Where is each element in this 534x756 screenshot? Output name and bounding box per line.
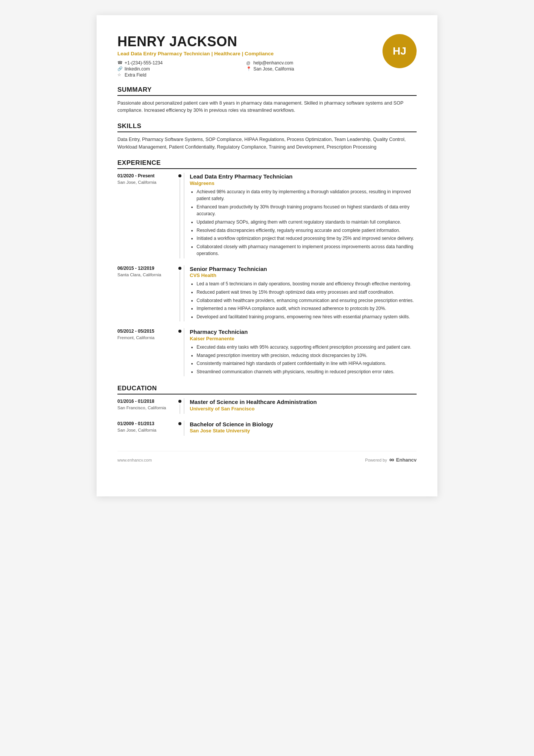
- email-text: help@enhancv.com: [253, 60, 293, 66]
- entry-divider-3: [176, 328, 184, 376]
- bullet-2-4: Implemented a new HIPAA compliance audit…: [197, 305, 417, 312]
- edu-right-1: Master of Science in Healthcare Administ…: [184, 398, 417, 414]
- enhancv-logo: ∞ Enhancv: [389, 456, 417, 464]
- edu-dot-1: [178, 400, 181, 403]
- footer-brand: Powered by ∞ Enhancv: [365, 456, 417, 464]
- bullet-1-5: Initiated a workflow optimization projec…: [197, 235, 417, 242]
- edu-dot-2: [178, 422, 181, 425]
- bullet-2-1: Led a team of 5 technicians in daily ope…: [197, 280, 417, 288]
- linkedin-text: linkedin.com: [125, 66, 150, 72]
- edu-left-1: 01/2016 - 01/2018 San Francisco, Califor…: [117, 398, 176, 414]
- entry-location-1: San Jose, California: [117, 180, 172, 185]
- summary-text: Passionate about personalized patient ca…: [117, 100, 417, 114]
- edu-date-2: 01/2009 - 01/2013: [117, 421, 172, 427]
- edu-left-2: 01/2009 - 01/2013 San Jose, California: [117, 421, 176, 436]
- education-section: EDUCATION 01/2016 - 01/2018 San Francisc…: [117, 385, 417, 436]
- entry-divider-1: [176, 173, 184, 258]
- entry-date-2: 06/2015 - 12/2019: [117, 265, 172, 272]
- bullet-1-6: Collaborated closely with pharmacy manag…: [197, 243, 417, 257]
- star-icon: ☆: [117, 72, 123, 77]
- entry-left-1: 01/2020 - Present San Jose, California: [117, 173, 176, 258]
- summary-title: SUMMARY: [117, 86, 417, 96]
- job-title-1: Lead Data Entry Pharmacy Technician: [190, 173, 417, 180]
- entry-divider-2: [176, 265, 184, 321]
- institution-1: University of San Francisco: [190, 406, 417, 412]
- summary-section: SUMMARY Passionate about personalized pa…: [117, 86, 417, 114]
- bullet-2-3: Collaborated with healthcare providers, …: [197, 297, 417, 304]
- brand-name: Enhancv: [396, 457, 417, 463]
- phone-contact: ☎ +1-(234)-555-1234: [117, 60, 242, 66]
- bullets-2: Led a team of 5 technicians in daily ope…: [190, 280, 417, 320]
- entry-dot-2: [178, 267, 181, 270]
- bullet-1-2: Enhanced team productivity by 30% throug…: [197, 203, 417, 218]
- powered-by-text: Powered by: [365, 458, 387, 462]
- location-contact: 📍 San Jose, California: [246, 66, 371, 72]
- edu-divider-1: [176, 398, 184, 414]
- experience-entry-2: 06/2015 - 12/2019 Santa Clara, Californi…: [117, 265, 417, 321]
- education-entry-2: 01/2009 - 01/2013 San Jose, California B…: [117, 421, 417, 436]
- footer-website: www.enhancv.com: [117, 458, 152, 462]
- bullet-1-3: Updated pharmacy SOPs, aligning them wit…: [197, 219, 417, 226]
- extra-contact: ☆ Extra Field: [117, 72, 242, 78]
- edu-date-1: 01/2016 - 01/2018: [117, 398, 172, 405]
- company-3: Kaiser Permanente: [190, 336, 417, 341]
- degree-1: Master of Science in Healthcare Administ…: [190, 398, 417, 406]
- institution-2: San Jose State University: [190, 428, 417, 434]
- edu-location-2: San Jose, California: [117, 428, 172, 432]
- email-icon: @: [246, 61, 251, 65]
- entry-left-3: 05/2012 - 05/2015 Fremont, California: [117, 328, 176, 376]
- bullet-2-2: Reduced patient wait times by 15% throug…: [197, 289, 417, 296]
- bullet-3-1: Executed data entry tasks with 95% accur…: [197, 344, 417, 351]
- entry-dot-3: [178, 330, 181, 333]
- avatar: HJ: [383, 34, 417, 68]
- linkedin-contact: 🔗 linkedin.com: [117, 66, 242, 72]
- education-entry-1: 01/2016 - 01/2018 San Francisco, Califor…: [117, 398, 417, 414]
- skills-section: SKILLS Data Entry, Pharmacy Software Sys…: [117, 122, 417, 151]
- education-title: EDUCATION: [117, 385, 417, 394]
- bullets-1: Achieved 98% accuracy in data entry by i…: [190, 188, 417, 257]
- bullet-3-2: Managed prescription inventory with prec…: [197, 352, 417, 359]
- location-text: San Jose, California: [253, 66, 294, 72]
- job-title-3: Pharmacy Technician: [190, 328, 417, 336]
- location-icon: 📍: [246, 66, 251, 71]
- bullet-1-4: Resolved data discrepancies efficiently,…: [197, 227, 417, 234]
- experience-entry-3: 05/2012 - 05/2015 Fremont, California Ph…: [117, 328, 417, 376]
- entry-location-2: Santa Clara, California: [117, 272, 172, 277]
- linkedin-icon: 🔗: [117, 66, 123, 71]
- job-title-2: Senior Pharmacy Technician: [190, 265, 417, 273]
- resume-header: HENRY JACKSON Lead Data Entry Pharmacy T…: [117, 34, 417, 78]
- experience-title: EXPERIENCE: [117, 159, 417, 169]
- entry-date-3: 05/2012 - 05/2015: [117, 328, 172, 335]
- degree-2: Bachelor of Science in Biology: [190, 421, 417, 428]
- bullet-2-5: Developed and facilitated training progr…: [197, 313, 417, 321]
- entry-dot-1: [178, 174, 181, 177]
- bullets-3: Executed data entry tasks with 95% accur…: [190, 344, 417, 375]
- entry-right-3: Pharmacy Technician Kaiser Permanente Ex…: [184, 328, 417, 376]
- entry-right-1: Lead Data Entry Pharmacy Technician Walg…: [184, 173, 417, 258]
- phone-icon: ☎: [117, 60, 123, 65]
- entry-line-1: [180, 179, 180, 258]
- entry-location-3: Fremont, California: [117, 335, 172, 340]
- company-2: CVS Health: [190, 272, 417, 278]
- experience-section: EXPERIENCE 01/2020 - Present San Jose, C…: [117, 159, 417, 376]
- edu-divider-2: [176, 421, 184, 436]
- bullet-3-4: Streamlined communication channels with …: [197, 368, 417, 376]
- entry-right-2: Senior Pharmacy Technician CVS Health Le…: [184, 265, 417, 321]
- page-footer: www.enhancv.com Powered by ∞ Enhancv: [117, 451, 417, 464]
- experience-entry-1: 01/2020 - Present San Jose, California L…: [117, 173, 417, 258]
- edu-location-1: San Francisco, California: [117, 405, 172, 410]
- bullet-3-3: Consistently maintained high standards o…: [197, 360, 417, 367]
- entry-line-2: [180, 271, 180, 321]
- contact-grid: ☎ +1-(234)-555-1234 @ help@enhancv.com 🔗…: [117, 60, 371, 78]
- skills-title: SKILLS: [117, 122, 417, 132]
- extra-text: Extra Field: [125, 72, 146, 78]
- bullet-1-1: Achieved 98% accuracy in data entry by i…: [197, 188, 417, 202]
- candidate-title: Lead Data Entry Pharmacy Technician | He…: [117, 51, 371, 56]
- edu-line-1: [180, 404, 180, 414]
- skills-text: Data Entry, Pharmacy Software Systems, S…: [117, 136, 417, 151]
- phone-text: +1-(234)-555-1234: [125, 60, 162, 66]
- company-1: Walgreens: [190, 180, 417, 186]
- entry-left-2: 06/2015 - 12/2019 Santa Clara, Californi…: [117, 265, 176, 321]
- resume-page: HENRY JACKSON Lead Data Entry Pharmacy T…: [97, 15, 437, 496]
- candidate-name: HENRY JACKSON: [117, 34, 371, 49]
